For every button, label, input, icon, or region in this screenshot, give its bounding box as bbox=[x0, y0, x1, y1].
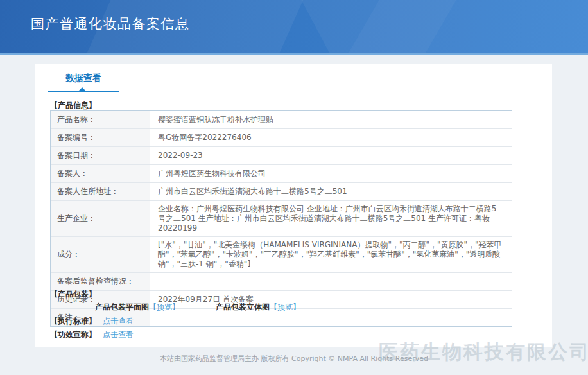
field-label: 备案日期： bbox=[51, 147, 150, 164]
footer-copyright: 本站由国家药品监督管理局主办 版权所有 Copyright © NMPA All… bbox=[0, 354, 588, 363]
row-record-date: 备案日期： 2022-09-23 bbox=[51, 147, 512, 165]
spacer bbox=[180, 302, 216, 313]
tab-active-caret-icon bbox=[78, 87, 86, 91]
exec-standard-line: 【执行标准】 点击查看 bbox=[50, 316, 134, 327]
field-label: 生产企业： bbox=[51, 201, 150, 236]
tab-bar: 数据查看 bbox=[35, 64, 552, 92]
field-label: 备案编号： bbox=[51, 129, 150, 146]
package-preview-line: 产品包装平面图 【预览】 产品包装立体图 【预览】 bbox=[95, 302, 300, 313]
row-manufacturer: 生产企业： 企业名称：广州粤煌医药生物科技有限公司 企业地址：广州市白云区均禾街… bbox=[51, 201, 512, 237]
field-label: 成分： bbox=[51, 237, 150, 272]
field-value: 广州市白云区均禾街道清湖大布路十二横路5号之二501 bbox=[150, 183, 512, 200]
exec-standard-view-link[interactable]: 点击查看 bbox=[103, 316, 134, 327]
page-header: 国产普通化妆品备案信息 bbox=[0, 0, 588, 55]
section-product-info: 【产品信息】 bbox=[50, 100, 96, 111]
field-label: 备案人住所地址： bbox=[51, 183, 150, 200]
field-label: 备案人： bbox=[51, 165, 150, 182]
page-title: 国产普通化妆品备案信息 bbox=[31, 15, 190, 33]
field-value: 樱姿蜜语蓝铜肽冻干粉补水护理贴 bbox=[150, 111, 512, 128]
package-stereo-label: 产品包装立体图 bbox=[216, 302, 270, 313]
tab-active-underline bbox=[48, 91, 119, 92]
row-registrant-address: 备案人住所地址： 广州市白云区均禾街道清湖大布路十二横路5号之二501 bbox=[51, 183, 512, 201]
efficacy-claim-line: 【功效宣称】 点击查看 bbox=[50, 329, 134, 340]
package-flat-label: 产品包装平面图 bbox=[95, 302, 149, 313]
package-stereo-preview-link[interactable]: 【预览】 bbox=[270, 302, 300, 313]
row-product-name: 产品名称： 樱姿蜜语蓝铜肽冻干粉补水护理贴 bbox=[51, 111, 512, 129]
field-label: 产品名称： bbox=[51, 111, 150, 128]
product-info-table: 产品名称： 樱姿蜜语蓝铜肽冻干粉补水护理贴 备案编号： 粤G妆网备字202227… bbox=[50, 110, 512, 327]
field-value: 企业名称：广州粤煌医药生物科技有限公司 企业地址：广州市白云区均禾街道清湖大布路… bbox=[150, 201, 512, 236]
package-flat-preview-link[interactable]: 【预览】 bbox=[149, 302, 180, 313]
field-value: 2022-09-23 bbox=[150, 147, 512, 164]
field-value: ["水"，"甘油"，"北美金缕梅（HAMAMELIS VIRGINIANA）提取… bbox=[150, 237, 512, 272]
row-record-number: 备案编号： 粤G妆网备字2022276406 bbox=[51, 129, 512, 147]
efficacy-claim-view-link[interactable]: 点击查看 bbox=[103, 329, 134, 340]
content-card: 数据查看 【产品信息】 产品名称： 樱姿蜜语蓝铜肽冻干粉补水护理贴 备案编号： … bbox=[35, 64, 552, 347]
field-value: 广州粤煌医药生物科技有限公司 bbox=[150, 165, 512, 182]
efficacy-claim-label: 【功效宣称】 bbox=[50, 329, 96, 340]
row-registrant: 备案人： 广州粤煌医药生物科技有限公司 bbox=[51, 165, 512, 183]
row-post-record-inspection: 备案后监督检查情况： bbox=[51, 273, 512, 291]
row-ingredients: 成分： ["水"，"甘油"，"北美金缕梅（HAMAMELIS VIRGINIAN… bbox=[51, 237, 512, 273]
field-value: 粤G妆网备字2022276406 bbox=[150, 129, 512, 146]
exec-standard-label: 【执行标准】 bbox=[50, 316, 96, 327]
tab-data-view[interactable]: 数据查看 bbox=[48, 73, 119, 84]
section-product-package: 【产品包装】 bbox=[50, 289, 96, 300]
field-label: 备案后监督检查情况： bbox=[51, 273, 150, 290]
field-value bbox=[150, 273, 512, 290]
